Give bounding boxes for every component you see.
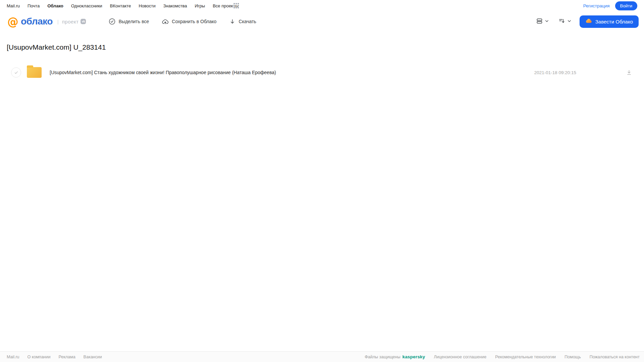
footer-link[interactable]: Пожаловаться на контент (590, 355, 640, 359)
logo-separator: | (57, 19, 59, 24)
footer-link[interactable]: Рекомендательные технологии (495, 355, 556, 359)
footer-right-link-list: Лицензионное соглашениеРекомендательные … (434, 355, 640, 359)
footer-link[interactable]: Лицензионное соглашение (434, 355, 487, 359)
kaspersky-protected-label: Файлы защищены (365, 355, 400, 359)
portal-nav-item[interactable]: ВКонтакте (110, 3, 131, 8)
file-date: 2021-01-18 09:20:15 (534, 70, 576, 75)
portal-nav-item[interactable]: Новости (139, 3, 155, 8)
list-view-icon (536, 18, 543, 25)
portal-nav-item[interactable]: Одноклассники (71, 3, 102, 8)
portal-nav: Mail.ruПочтаОблакоОдноклассникиВКонтакте… (0, 0, 644, 11)
page-title: [UsupovMarket.com] U_283141 (7, 43, 644, 51)
portal-nav-item[interactable]: Mail.ru (7, 3, 20, 8)
download-button[interactable]: Скачать (229, 18, 256, 25)
footer-link[interactable]: Помощь (564, 355, 581, 359)
mailru-at-icon: @ (7, 16, 18, 27)
file-name-link[interactable]: [UsupovMarket.com] Стань художником свое… (50, 70, 276, 75)
portal-nav-item[interactable]: Игры (195, 3, 205, 8)
header: @ облако | проект vk Выделить все Сохран… (0, 11, 644, 32)
footer-link[interactable]: Mail.ru (7, 355, 19, 359)
chevron-down-icon (567, 18, 572, 24)
footer: Mail.ruО компанииРекламаВакансии Файлы з… (0, 351, 644, 362)
check-icon (14, 70, 19, 75)
file-toolbar: Выделить все Сохранить в Облако Скачать (109, 18, 256, 25)
footer-link[interactable]: Реклама (58, 355, 75, 359)
portal-nav-links: Mail.ruПочтаОблакоОдноклассникиВКонтакте… (7, 3, 238, 8)
cloud-logo[interactable]: @ облако | проект vk (7, 16, 86, 27)
select-all-label: Выделить все (118, 19, 149, 24)
register-link[interactable]: Регистрация (583, 3, 610, 8)
cloud-upload-icon (162, 18, 169, 25)
chevron-down-icon (545, 18, 549, 24)
sort-icon (558, 17, 565, 25)
kaspersky-protection: Файлы защищены kaspersky (365, 354, 425, 359)
file-list: [UsupovMarket.com] Стань художником свое… (0, 65, 644, 80)
logo-text: облако (21, 16, 53, 27)
file-row[interactable]: [UsupovMarket.com] Стань художником свое… (0, 65, 644, 80)
portal-nav-item[interactable]: Знакомства (163, 3, 187, 8)
portal-nav-auth: Регистрация Войти (583, 1, 637, 10)
footer-left-links: Mail.ruО компанииРекламаВакансии (7, 355, 102, 359)
header-right-controls: Завести Облако (536, 15, 639, 28)
portal-nav-item[interactable]: Почта (28, 3, 40, 8)
all-projects-grid-icon[interactable] (234, 3, 239, 8)
check-circle-icon (109, 18, 115, 25)
logo-project-tag: | проект vk (57, 19, 86, 24)
sort-control[interactable] (558, 17, 572, 25)
select-all-button[interactable]: Выделить все (109, 18, 149, 25)
save-to-cloud-label: Сохранить в Облако (172, 19, 216, 24)
vk-badge-icon: vk (81, 19, 86, 24)
save-to-cloud-button[interactable]: Сохранить в Облако (162, 18, 216, 25)
portal-nav-item[interactable]: Облако (47, 3, 63, 8)
login-button[interactable]: Войти (615, 1, 637, 10)
folder-icon (27, 67, 42, 78)
view-switcher-control[interactable] (536, 18, 549, 25)
main-content: [UsupovMarket.com] U_283141 [UsupovMarke… (0, 43, 644, 80)
footer-link[interactable]: О компании (28, 355, 51, 359)
footer-right-links: Файлы защищены kaspersky Лицензионное со… (365, 354, 640, 359)
kaspersky-logo[interactable]: kaspersky (402, 354, 425, 359)
get-cloud-button[interactable]: Завести Облако (580, 15, 639, 28)
row-checkbox[interactable] (11, 67, 21, 77)
download-arrow-icon (229, 18, 236, 25)
footer-link[interactable]: Вакансии (84, 355, 102, 359)
cloud-icon (585, 17, 592, 25)
row-download-icon[interactable] (626, 69, 632, 76)
download-label: Скачать (239, 19, 256, 24)
project-label: проект (62, 19, 79, 24)
get-cloud-label: Завести Облако (595, 19, 633, 24)
